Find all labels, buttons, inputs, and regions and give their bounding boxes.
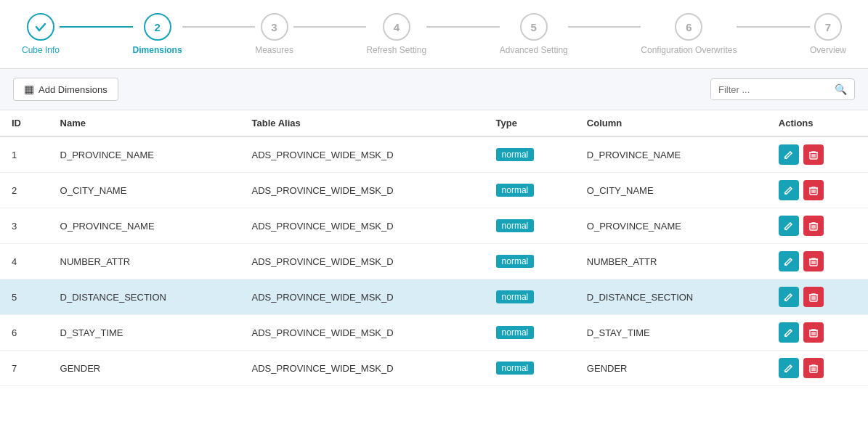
step-connector-1 — [60, 26, 133, 28]
step-connector-3 — [293, 26, 367, 28]
cell-column: D_DISTANCE_SECTION — [575, 279, 767, 315]
add-dimensions-button[interactable]: ▦ Add Dimensions — [13, 78, 118, 101]
cell-id: 3 — [0, 208, 49, 244]
toolbar: ▦ Add Dimensions 🔍 — [0, 69, 868, 110]
cell-type: normal — [484, 173, 575, 208]
delete-button[interactable] — [803, 251, 824, 271]
cell-id: 2 — [0, 173, 49, 208]
step-circle-4: 4 — [383, 13, 410, 41]
col-id: ID — [0, 110, 49, 136]
edit-button[interactable] — [779, 180, 799, 200]
delete-button[interactable] — [803, 144, 824, 165]
actions-group — [779, 287, 856, 307]
cell-actions — [767, 208, 868, 244]
cell-table-alias: ADS_PROVINCE_WIDE_MSK_D — [240, 244, 484, 279]
cell-id: 5 — [0, 279, 49, 315]
cell-type: normal — [484, 208, 575, 244]
type-badge: normal — [496, 255, 535, 268]
step-7[interactable]: 7Overview — [810, 13, 846, 55]
cell-id: 4 — [0, 244, 49, 279]
cell-actions — [767, 173, 868, 208]
cell-type: normal — [484, 136, 575, 173]
step-5[interactable]: 5Advanced Setting — [500, 13, 568, 55]
edit-button[interactable] — [779, 216, 799, 236]
dimensions-table-wrap: ID Name Table Alias Type Column Actions … — [0, 110, 868, 386]
step-label-7: Overview — [810, 45, 846, 55]
step-circle-6: 6 — [675, 13, 702, 41]
cell-actions — [767, 315, 868, 351]
edit-button[interactable] — [779, 322, 799, 343]
search-icon: 🔍 — [827, 79, 854, 99]
type-badge: normal — [496, 326, 535, 339]
step-label-5: Advanced Setting — [500, 45, 568, 55]
cell-actions — [767, 279, 868, 315]
cell-name: D_STAY_TIME — [49, 315, 240, 351]
cell-table-alias: ADS_PROVINCE_WIDE_MSK_D — [240, 208, 484, 244]
cell-table-alias: ADS_PROVINCE_WIDE_MSK_D — [240, 351, 484, 386]
edit-button[interactable] — [779, 251, 799, 271]
cell-table-alias: ADS_PROVINCE_WIDE_MSK_D — [240, 136, 484, 173]
step-circle-3: 3 — [261, 13, 288, 41]
table-header-row: ID Name Table Alias Type Column Actions — [0, 110, 868, 136]
step-3[interactable]: 3Measures — [255, 13, 293, 55]
edit-button[interactable] — [779, 144, 799, 165]
add-dimensions-label: Add Dimensions — [38, 84, 108, 95]
cell-name: GENDER — [49, 351, 240, 386]
cell-table-alias: ADS_PROVINCE_WIDE_MSK_D — [240, 279, 484, 315]
type-badge: normal — [496, 362, 535, 375]
table-row: 2O_CITY_NAMEADS_PROVINCE_WIDE_MSK_Dnorma… — [0, 173, 868, 208]
delete-button[interactable] — [803, 287, 824, 307]
edit-button[interactable] — [779, 358, 799, 378]
delete-button[interactable] — [803, 358, 824, 378]
actions-group — [779, 358, 856, 378]
step-6[interactable]: 6Configuration Overwrites — [641, 13, 737, 55]
cell-column: D_PROVINCE_NAME — [575, 136, 767, 173]
cell-id: 1 — [0, 136, 49, 173]
delete-button[interactable] — [803, 216, 824, 236]
step-connector-6 — [737, 26, 810, 28]
type-badge: normal — [496, 184, 535, 197]
stepper: Cube Info2Dimensions3Measures4Refresh Se… — [0, 0, 868, 69]
step-label-6: Configuration Overwrites — [641, 45, 737, 55]
table-row: 5D_DISTANCE_SECTIONADS_PROVINCE_WIDE_MSK… — [0, 279, 868, 315]
type-badge: normal — [496, 219, 535, 232]
type-badge: normal — [496, 148, 535, 161]
cell-name: D_PROVINCE_NAME — [49, 136, 240, 173]
cell-column: NUMBER_ATTR — [575, 244, 767, 279]
cell-column: O_PROVINCE_NAME — [575, 208, 767, 244]
col-column: Column — [575, 110, 767, 136]
step-connector-2 — [182, 26, 256, 28]
step-label-4: Refresh Setting — [366, 45, 426, 55]
delete-button[interactable] — [803, 180, 824, 200]
step-circle-2: 2 — [144, 13, 171, 41]
cell-column: O_CITY_NAME — [575, 173, 767, 208]
dimensions-table: ID Name Table Alias Type Column Actions … — [0, 110, 868, 386]
delete-button[interactable] — [803, 322, 824, 343]
step-label-1: Cube Info — [22, 45, 60, 55]
actions-group — [779, 216, 856, 236]
cell-type: normal — [484, 244, 575, 279]
cell-id: 7 — [0, 351, 49, 386]
actions-group — [779, 180, 856, 200]
cell-id: 6 — [0, 315, 49, 351]
step-label-2: Dimensions — [133, 45, 182, 55]
step-4[interactable]: 4Refresh Setting — [366, 13, 426, 55]
col-type: Type — [484, 110, 575, 136]
table-row: 1D_PROVINCE_NAMEADS_PROVINCE_WIDE_MSK_Dn… — [0, 136, 868, 173]
edit-button[interactable] — [779, 287, 799, 307]
step-label-3: Measures — [255, 45, 293, 55]
step-1[interactable]: Cube Info — [22, 13, 60, 55]
cell-name: O_PROVINCE_NAME — [49, 208, 240, 244]
col-name: Name — [49, 110, 240, 136]
step-2[interactable]: 2Dimensions — [133, 13, 182, 55]
table-row: 3O_PROVINCE_NAMEADS_PROVINCE_WIDE_MSK_Dn… — [0, 208, 868, 244]
table-row: 4NUMBER_ATTRADS_PROVINCE_WIDE_MSK_Dnorma… — [0, 244, 868, 279]
actions-group — [779, 251, 856, 271]
table-icon: ▦ — [24, 83, 34, 96]
filter-wrapper: 🔍 — [710, 78, 855, 100]
type-badge: normal — [496, 290, 535, 303]
cell-actions — [767, 136, 868, 173]
step-connector-4 — [426, 26, 500, 28]
filter-input[interactable] — [711, 80, 827, 99]
cell-type: normal — [484, 279, 575, 315]
